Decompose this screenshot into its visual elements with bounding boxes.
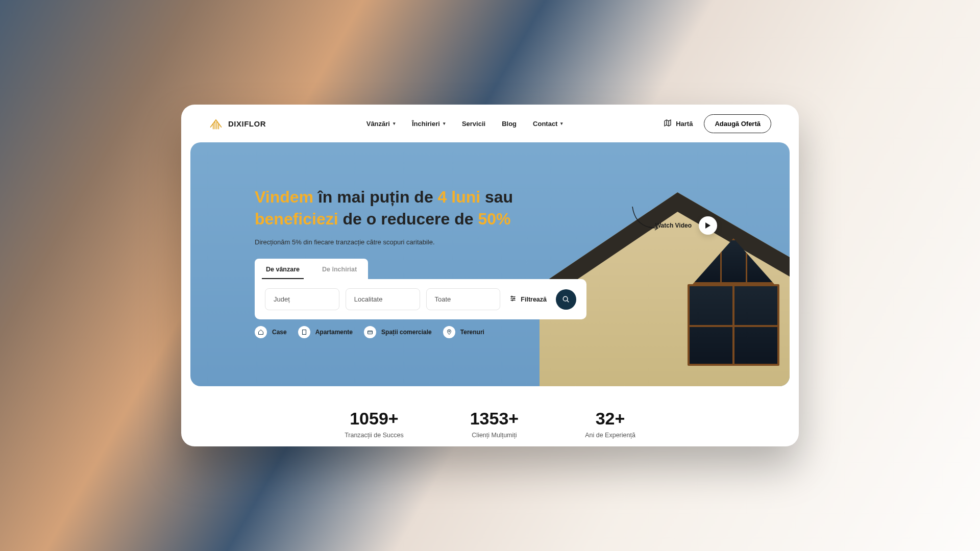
select-localitate[interactable]: Localitate: [346, 288, 420, 310]
building-icon: [298, 326, 310, 338]
hl-part: Vindem: [255, 188, 313, 206]
hl-part: sau: [480, 188, 513, 206]
chip-case[interactable]: Case: [255, 326, 287, 338]
hl-part: beneficiezi: [255, 210, 338, 228]
stat-value: 1059+: [345, 409, 404, 429]
svg-point-13: [563, 296, 568, 301]
watch-video: Watch Video: [655, 216, 717, 235]
chevron-down-icon: ▾: [443, 121, 446, 126]
tab-rent[interactable]: De închiriat: [311, 259, 368, 279]
chip-label: Terenuri: [460, 329, 484, 336]
chip-label: Spații comerciale: [381, 329, 432, 336]
search-tabs: De vânzare De închiriat: [255, 259, 586, 279]
hero: Watch Video Vindem în mai puțin de 4 lun…: [190, 142, 790, 386]
play-button[interactable]: [699, 216, 717, 235]
add-offer-button[interactable]: Adaugă Ofertă: [704, 114, 771, 133]
hl-part: de o reducere de: [338, 210, 478, 228]
chip-apartamente[interactable]: Apartamente: [298, 326, 353, 338]
stat-value: 32+: [585, 409, 635, 429]
search-button[interactable]: [556, 289, 576, 310]
hl-part: 4 luni: [438, 188, 481, 206]
svg-point-12: [512, 299, 513, 300]
navbar: DIXIFLOR Vânzări▾ Închirieri▾ Servicii B…: [181, 105, 799, 142]
nav-label: Vânzări: [366, 120, 390, 128]
hero-content: Vindem în mai puțin de 4 luni sau benefi…: [255, 186, 513, 246]
svg-point-22: [449, 331, 450, 332]
search-icon: [562, 295, 570, 304]
chip-terenuri[interactable]: Terenuri: [443, 326, 484, 338]
stat-clienti: 1353+ Clienți Mulțumiți: [470, 409, 519, 439]
stat-tranzactii: 1059+ Tranzacții de Succes: [345, 409, 404, 439]
nav-contact[interactable]: Contact▾: [533, 120, 563, 128]
map-label: Hartă: [676, 120, 693, 128]
nav-label: Blog: [502, 120, 517, 128]
hero-headline: Vindem în mai puțin de 4 luni sau benefi…: [255, 186, 513, 230]
hl-part: în mai puțin de: [313, 188, 438, 206]
nav-menu: Vânzări▾ Închirieri▾ Servicii Blog Conta…: [366, 120, 564, 128]
store-icon: [364, 326, 376, 338]
nav-vanzari[interactable]: Vânzări▾: [366, 120, 396, 128]
chip-label: Apartamente: [315, 329, 353, 336]
map-icon: [664, 119, 672, 129]
brand-name: DIXIFLOR: [228, 119, 266, 128]
stat-label: Ani de Experiență: [585, 432, 635, 439]
svg-line-14: [567, 300, 569, 302]
nav-label: Servicii: [462, 120, 485, 128]
nav-servicii[interactable]: Servicii: [462, 120, 485, 128]
svg-rect-20: [368, 331, 373, 334]
search-row: Județ Localitate Toate Filtrează: [255, 279, 586, 319]
filter-label: Filtrează: [521, 296, 547, 303]
chip-label: Case: [272, 329, 287, 336]
play-icon: [705, 222, 710, 229]
nav-blog[interactable]: Blog: [502, 120, 517, 128]
search-card: De vânzare De închiriat Județ Localitate…: [255, 259, 586, 319]
watch-video-label: Watch Video: [655, 222, 692, 229]
brand-logo[interactable]: DIXIFLOR: [209, 116, 266, 131]
hero-subtitle: Direcționăm 5% din fiecare tranzacție că…: [255, 238, 513, 246]
filter-link[interactable]: Filtrează: [506, 295, 550, 304]
svg-point-11: [513, 298, 514, 299]
home-icon: [255, 326, 267, 338]
stat-experienta: 32+ Ani de Experiență: [585, 409, 635, 439]
category-chips: Case Apartamente Spații comerciale Teren…: [255, 326, 484, 338]
select-judet[interactable]: Județ: [265, 288, 339, 310]
nav-right: Hartă Adaugă Ofertă: [664, 114, 771, 133]
tab-sale[interactable]: De vânzare: [255, 259, 311, 279]
pin-icon: [443, 326, 455, 338]
stat-value: 1353+: [470, 409, 519, 429]
sliders-icon: [509, 295, 517, 304]
svg-point-10: [511, 296, 512, 297]
chevron-down-icon: ▾: [393, 121, 396, 126]
chevron-down-icon: ▾: [560, 121, 563, 126]
logo-icon: [209, 116, 223, 131]
stat-label: Clienți Mulțumiți: [470, 432, 519, 439]
svg-rect-15: [302, 330, 306, 335]
app-window: DIXIFLOR Vânzări▾ Închirieri▾ Servicii B…: [181, 105, 799, 446]
map-link[interactable]: Hartă: [664, 119, 693, 129]
stats-row: 1059+ Tranzacții de Succes 1353+ Clienți…: [181, 409, 799, 439]
chip-spatii[interactable]: Spații comerciale: [364, 326, 432, 338]
nav-label: Închirieri: [412, 120, 440, 128]
stat-label: Tranzacții de Succes: [345, 432, 404, 439]
svg-marker-6: [705, 222, 710, 229]
hl-part: 50%: [478, 210, 510, 228]
nav-label: Contact: [533, 120, 557, 128]
nav-inchirieri[interactable]: Închirieri▾: [412, 120, 446, 128]
select-toate[interactable]: Toate: [426, 288, 501, 310]
